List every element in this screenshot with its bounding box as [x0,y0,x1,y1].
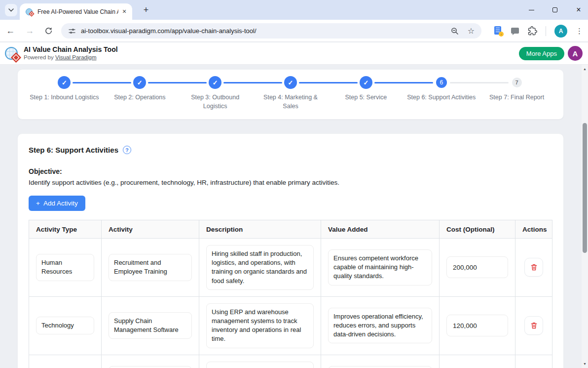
feedback-icon[interactable] [511,27,519,35]
step-label: Step 6: Support Activities [406,93,477,102]
close-window-button[interactable]: × [573,4,584,15]
delete-row-button[interactable] [524,316,543,335]
scroll-up-icon[interactable]: ▲ [582,66,588,72]
browser-menu-icon[interactable]: ⋮ [576,27,583,36]
step-label: Step 1: Inbound Logistics [29,93,100,102]
col-header-activity: Activity [102,220,199,239]
step-label: Step 3: Outbound Logistics [180,93,251,111]
activity-field[interactable]: Recruitment and Employee Training [109,254,192,281]
stepper-step-7[interactable]: 7 Step 7: Final Report [479,76,554,111]
step-label: Step 4: Marketing & Sales [256,93,326,111]
stepper-card: ✓ Step 1: Inbound Logistics ✓ Step 2: Op… [17,69,564,120]
activity-field[interactable]: Supply Chain Management Software [109,312,192,339]
scrollbar-thumb[interactable] [583,123,587,253]
tab-strip: Free AI-Powered Value Chain An × + × [0,0,588,20]
page-title: Step 6: Support Activities [29,146,118,154]
value-added-field[interactable]: Improves operational efficiency, reduces… [328,308,432,344]
back-button[interactable]: ← [6,26,15,36]
extensions-puzzle-icon[interactable] [528,26,537,36]
stepper-step-5[interactable]: ✓ Step 5: Service [328,76,404,111]
new-tab-button[interactable]: + [140,4,152,16]
page-scrollbar[interactable]: ▲ ▼ [582,65,588,368]
step-check-icon: ✓ [360,76,372,89]
help-icon[interactable]: ? [123,146,131,154]
col-header-value-added: Value Added [321,220,440,239]
tab-title: Free AI-Powered Value Chain An [37,8,118,15]
add-activity-button[interactable]: + Add Activity [29,196,85,211]
step-check-icon: ✓ [284,76,297,89]
powered-by-prefix: Powered by [24,54,55,60]
stepper-step-3[interactable]: ✓ Step 3: Outbound Logistics [178,76,253,111]
visual-paradigm-link[interactable]: Visual Paradigm [55,54,97,60]
app-title: AI Value Chain Analysis Tool [24,45,118,53]
visual-paradigm-logo [5,46,20,61]
value-added-field[interactable]: Provides stability and supports long-ter… [328,366,432,368]
minimize-button[interactable] [526,4,537,15]
col-header-cost: Cost (Optional) [440,220,515,239]
stepper-step-4[interactable]: ✓ Step 4: Marketing & Sales [253,76,329,111]
app-header: AI Value Chain Analysis Tool Powered by … [0,42,588,65]
step-label: Step 5: Service [331,93,401,102]
step-number-badge: 6 [436,77,447,88]
chevron-down-icon [8,8,14,12]
activity-type-field[interactable]: Technology [36,317,94,334]
table-row: Finance Budgeting and Financial Planning… [29,355,552,368]
more-apps-button[interactable]: More Apps [519,47,564,60]
trash-icon [530,322,538,329]
browser-profile-avatar[interactable]: A [554,25,567,38]
browser-tab[interactable]: Free AI-Powered Value Chain An × [20,3,132,20]
table-row: Human Resources Recruitment and Employee… [29,239,552,297]
value-added-field[interactable]: Ensures competent workforce capable of m… [328,249,432,286]
step-label: Step 2: Operations [105,93,175,102]
stepper-step-1[interactable]: ✓ Step 1: Inbound Logistics [27,76,102,111]
powered-by: Powered by Visual Paradigm [24,54,118,60]
plus-icon: + [36,200,40,207]
url-text[interactable]: ai-toolbox.visual-paradigm.com/app/value… [81,27,257,35]
step-check-icon: ✓ [209,76,221,89]
bookmark-star-icon[interactable]: ☆ [468,26,475,36]
col-header-description: Description [199,220,321,239]
activity-field[interactable]: Budgeting and Financial Planning [109,366,192,368]
tab-search-button[interactable] [5,4,17,16]
table-row: Technology Supply Chain Management Softw… [29,296,552,355]
user-avatar[interactable]: A [568,46,583,61]
site-favicon-icon [26,8,34,16]
close-tab-icon[interactable]: × [120,8,128,16]
reading-mode-icon[interactable]: ↓ [494,26,503,36]
cost-field[interactable]: 120,000 [446,315,508,336]
trash-icon [530,263,538,271]
step-check-icon: ✓ [58,76,71,89]
address-bar[interactable]: ai-toolbox.visual-paradigm.com/app/value… [61,23,481,39]
delete-row-button[interactable] [524,258,543,277]
activity-type-field[interactable]: Human Resources [36,254,94,281]
forward-button: → [25,26,34,36]
objective-text: Identify support activities (e.g., procu… [29,179,552,186]
step-check-icon: ✓ [133,76,146,89]
col-header-activity-type: Activity Type [29,220,102,239]
step-label: Step 7: Final Report [481,93,552,102]
browser-toolbar: ← → ai-toolbox.visual-paradigm.com/app/v… [0,20,588,42]
objective-label: Objective: [29,167,552,175]
zoom-icon[interactable] [451,27,459,35]
support-activities-table: Activity Type Activity Description Value… [29,220,552,368]
site-settings-icon[interactable] [68,27,76,35]
description-field[interactable]: Forecasting revenue, managing cash flow,… [206,362,314,368]
reload-button[interactable] [44,27,53,35]
window-controls: × [526,0,584,20]
scroll-down-icon[interactable]: ▼ [582,361,588,367]
description-field[interactable]: Using ERP and warehouse management syste… [206,303,314,348]
step6-panel: Step 6: Support Activities ? Objective: … [17,133,564,368]
step-number-badge: 7 [512,78,522,87]
stepper-step-2[interactable]: ✓ Step 2: Operations [102,76,178,111]
stepper-step-6[interactable]: 6 Step 6: Support Activities [404,76,479,111]
maximize-button[interactable] [550,4,560,15]
cost-field[interactable]: 200,000 [446,256,508,278]
col-header-actions: Actions [515,220,552,239]
description-field[interactable]: Hiring skilled staff in production, logi… [206,245,314,290]
table-header-row: Activity Type Activity Description Value… [29,220,552,239]
toolbar-divider [546,26,546,36]
browser-window: Free AI-Powered Value Chain An × + × ← →… [0,0,588,368]
add-activity-label: Add Activity [43,200,78,207]
